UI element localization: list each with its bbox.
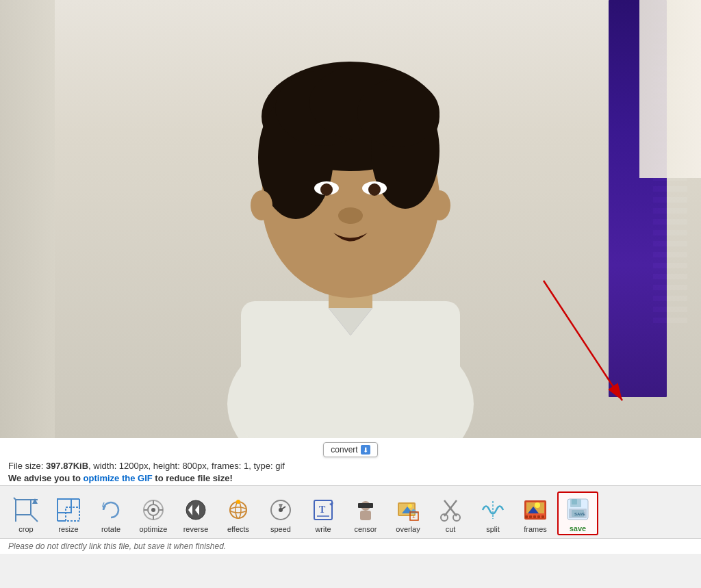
crop-icon [12, 496, 40, 524]
svg-rect-82 [572, 499, 577, 504]
svg-point-46 [236, 500, 240, 504]
svg-text:SAVE: SAVE [574, 512, 585, 516]
optimize-icon [140, 496, 167, 524]
svg-rect-75 [525, 515, 528, 518]
tool-save[interactable]: SAVE save [557, 491, 598, 535]
optimize-suffix: to reduce file size! [153, 473, 233, 483]
svg-rect-57 [360, 511, 371, 520]
svg-rect-77 [533, 515, 536, 518]
convert-row: convert ⬇ [0, 438, 701, 457]
convert-icon: ⬇ [361, 445, 370, 455]
tool-reverse[interactable]: reverse [175, 493, 216, 535]
toolbar: crop resize [0, 485, 701, 539]
svg-point-39 [151, 508, 155, 512]
svg-point-15 [251, 190, 272, 220]
svg-text:+: + [412, 514, 416, 520]
svg-point-9 [357, 79, 439, 147]
tool-rotate[interactable]: rotate [90, 493, 131, 535]
speed-label: speed [270, 525, 291, 533]
tool-cut[interactable]: cut [430, 493, 471, 535]
resize-icon [55, 496, 82, 524]
tool-crop[interactable]: crop [5, 493, 47, 535]
save-label: save [570, 524, 586, 533]
convert-button[interactable]: convert ⬇ [323, 442, 377, 457]
tool-split[interactable]: split [472, 493, 513, 535]
reverse-label: reverse [183, 525, 209, 533]
svg-rect-56 [358, 503, 373, 508]
resize-label: resize [58, 525, 78, 533]
svg-line-21 [31, 515, 38, 522]
optimize-line: We advise you to optimize the GIF to red… [8, 473, 693, 483]
svg-point-12 [320, 183, 333, 196]
censor-label: censor [354, 525, 377, 533]
effects-icon [225, 496, 252, 524]
frames-icon [522, 496, 549, 524]
tool-censor[interactable]: censor [345, 493, 386, 535]
svg-point-14 [338, 207, 363, 224]
frames-label: frames [524, 525, 547, 533]
svg-rect-76 [529, 515, 532, 518]
person-svg [159, 7, 542, 438]
svg-rect-79 [541, 515, 544, 518]
svg-point-16 [429, 190, 450, 220]
tool-speed[interactable]: speed [260, 493, 301, 535]
tool-write[interactable]: T write [303, 493, 344, 535]
convert-label: convert [331, 445, 357, 455]
tool-resize[interactable]: resize [48, 493, 89, 535]
save-icon: SAVE [564, 496, 591, 523]
speed-icon [267, 496, 294, 524]
bottom-note-text: Please do not directly link this file, b… [0, 539, 701, 554]
svg-rect-19 [16, 500, 31, 515]
write-icon: T [309, 496, 337, 524]
split-label: split [486, 525, 500, 533]
svg-point-13 [368, 183, 381, 196]
svg-line-32 [103, 502, 104, 506]
svg-point-74 [535, 502, 540, 508]
svg-rect-26 [66, 507, 79, 521]
left-curtain [0, 0, 55, 438]
censor-icon [352, 496, 379, 524]
reverse-icon [182, 496, 209, 524]
top-right-curtain [639, 0, 701, 178]
crop-label: crop [18, 525, 33, 533]
cut-label: cut [446, 525, 456, 533]
tool-effects[interactable]: effects [218, 493, 259, 535]
optimize-label: optimize [140, 525, 168, 533]
optimize-prefix: We advise you to [8, 473, 84, 483]
cut-icon [437, 496, 464, 524]
info-section: File size: 397.87KiB, width: 1200px, hei… [0, 457, 701, 485]
write-label: write [315, 525, 331, 533]
tool-overlay[interactable]: + overlay [387, 493, 429, 535]
split-icon [479, 496, 507, 524]
svg-rect-25 [58, 499, 71, 513]
svg-line-20 [14, 498, 16, 500]
svg-point-45 [230, 507, 246, 513]
overlay-icon: + [394, 496, 422, 524]
svg-point-62 [408, 504, 412, 508]
svg-point-43 [230, 502, 246, 518]
svg-rect-78 [537, 515, 540, 518]
overlay-label: overlay [396, 525, 420, 533]
effects-label: effects [227, 525, 249, 533]
rotate-label: rotate [101, 525, 120, 533]
rotate-icon [97, 496, 125, 524]
tool-optimize[interactable]: optimize [133, 493, 174, 535]
svg-text:T: T [319, 504, 326, 515]
svg-point-44 [235, 502, 241, 518]
tool-frames[interactable]: frames [515, 493, 556, 535]
image-preview [0, 0, 701, 438]
file-size: 397.87KiB [46, 461, 88, 471]
main-container: convert ⬇ File size: 397.87KiB, width: 1… [0, 0, 701, 554]
optimize-link[interactable]: optimize the GIF [84, 473, 153, 483]
file-info-text: File size: 397.87KiB, width: 1200px, hei… [8, 461, 693, 471]
